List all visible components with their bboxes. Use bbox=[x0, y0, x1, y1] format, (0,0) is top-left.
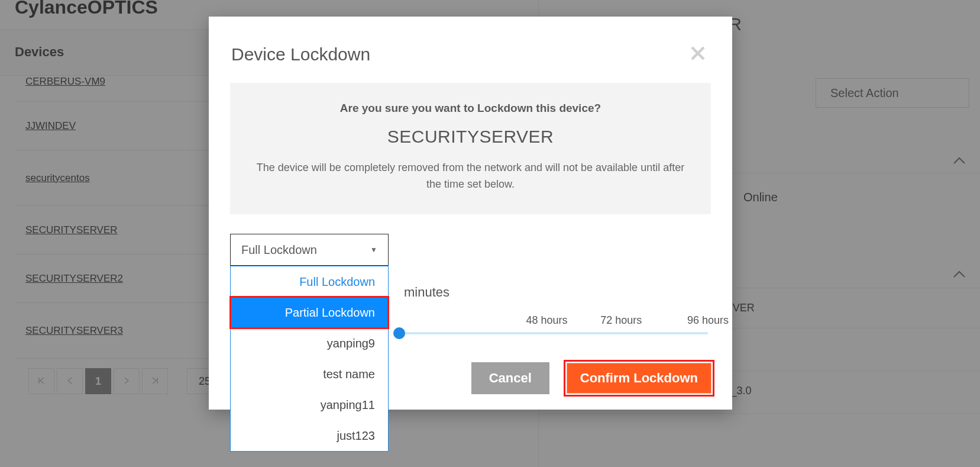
lockdown-type-value: Full Lockdown bbox=[241, 243, 317, 257]
banner-question: Are you sure you want to Lockdown this d… bbox=[254, 102, 687, 115]
duration-label: minutes bbox=[404, 285, 449, 300]
slider-thumb[interactable] bbox=[393, 327, 405, 339]
close-icon bbox=[690, 44, 706, 65]
banner-description: The device will be completely removed fr… bbox=[254, 160, 687, 193]
banner-device-name: SECURITYSERVER bbox=[254, 127, 687, 147]
cancel-button[interactable]: Cancel bbox=[471, 362, 549, 394]
slider-tick-72: 72 hours bbox=[600, 314, 642, 327]
modal-header: Device Lockdown bbox=[209, 17, 732, 83]
lockdown-type-select[interactable]: Full Lockdown ▼ bbox=[230, 234, 389, 266]
modal-title: Device Lockdown bbox=[231, 44, 370, 65]
slider-tick-48: 48 hours bbox=[526, 314, 567, 327]
duration-slider[interactable]: 48 hours 72 hours 96 hours bbox=[398, 332, 708, 334]
dropdown-option-full[interactable]: Full Lockdown bbox=[231, 266, 388, 297]
lockdown-type-select-wrap: Full Lockdown ▼ bbox=[230, 234, 389, 266]
modal-action-buttons: Cancel Confirm Lockdown bbox=[471, 360, 714, 397]
slider-tick-96: 96 hours bbox=[687, 314, 729, 327]
confirm-lockdown-button[interactable]: Confirm Lockdown bbox=[567, 363, 711, 394]
dropdown-option-just[interactable]: just123 bbox=[231, 420, 388, 451]
dropdown-option-partial[interactable]: Partial Lockdown bbox=[231, 297, 388, 328]
chevron-down-icon: ▼ bbox=[370, 246, 377, 254]
close-button[interactable] bbox=[686, 43, 710, 66]
dropdown-option-yp9[interactable]: yanping9 bbox=[231, 328, 388, 359]
confirmation-banner: Are you sure you want to Lockdown this d… bbox=[230, 83, 711, 214]
lockdown-type-dropdown[interactable]: Full Lockdown Partial Lockdown yanping9 … bbox=[230, 266, 389, 452]
dropdown-option-test[interactable]: test name bbox=[231, 359, 388, 389]
dropdown-option-yp11[interactable]: yanping11 bbox=[231, 389, 388, 420]
confirm-highlight: Confirm Lockdown bbox=[564, 360, 714, 397]
